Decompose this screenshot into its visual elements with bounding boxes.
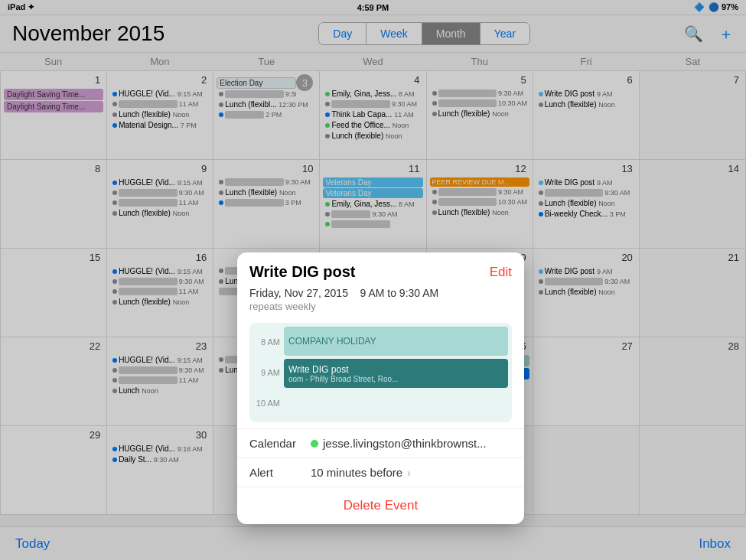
popup-repeats: repeats weekly [249,301,512,312]
calendar-value: jesse.livingston@thinkbrownst... [311,437,512,450]
popup-overlay[interactable]: Write DIG post Edit Friday, Nov 27, 2015… [0,0,746,560]
mini-company-holiday: COMPANY HOLIDAY [284,327,508,356]
mini-cal-content: COMPANY HOLIDAY Write DIG post oom - Phi… [284,327,508,418]
event-popup: Write DIG post Edit Friday, Nov 27, 2015… [237,252,524,524]
alert-value: 10 minutes before › [311,466,512,479]
mini-time-8: 8 AM [249,337,284,347]
alert-label: Alert [249,466,311,479]
popup-alert-row[interactable]: Alert 10 minutes before › [237,457,524,487]
calendar-label: Calendar [249,437,311,450]
popup-date: Friday, Nov 27, 2015 9 AM to 9:30 AM [249,287,512,299]
edit-button[interactable]: Edit [490,265,512,280]
popup-meta: Friday, Nov 27, 2015 9 AM to 9:30 AM rep… [237,287,524,317]
mini-write-dig: Write DIG post oom - Philly Broad Street… [284,359,508,388]
mini-time-labels: 8 AM 9 AM 10 AM [249,323,284,422]
popup-calendar-row: Calendar jesse.livingston@thinkbrownst..… [237,428,524,457]
mini-time-9: 9 AM [249,368,284,377]
popup-header: Write DIG post Edit [237,252,524,287]
chevron-right-icon: › [407,467,411,479]
mini-time-10: 10 AM [249,399,284,408]
popup-mini-calendar: 8 AM 9 AM 10 AM COMPANY HOLIDAY Write DI… [249,323,512,422]
calendar-color-dot [311,440,318,448]
popup-title: Write DIG post [249,263,356,281]
delete-event-button[interactable]: Delete Event [237,487,524,524]
